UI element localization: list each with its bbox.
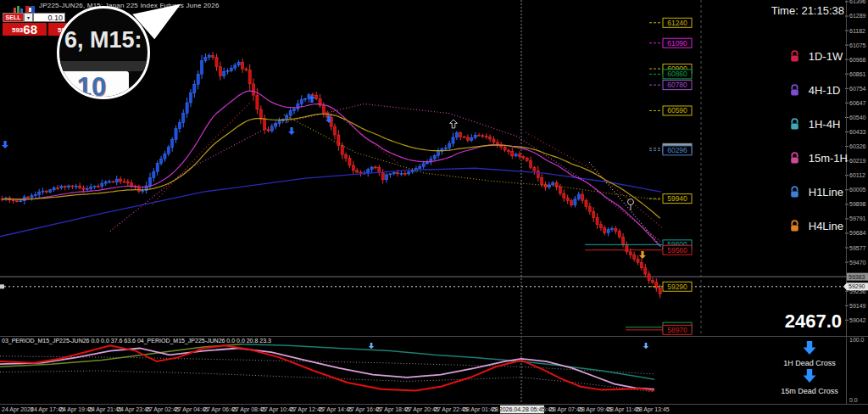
lock-icon xyxy=(789,84,800,97)
timeframe-signal-panel: 1D-1W4H-1D1H-4H15m-1HH1LineH4Line xyxy=(789,39,848,243)
svg-text:61289: 61289 xyxy=(849,13,866,19)
svg-text:60540: 60540 xyxy=(849,115,866,120)
svg-text:61182: 61182 xyxy=(849,28,865,34)
svg-text:59290: 59290 xyxy=(849,283,865,289)
magnifier-overlay: 6, M15: 10 xyxy=(57,6,150,99)
svg-text:59791: 59791 xyxy=(849,215,866,221)
htf-ma-blue xyxy=(0,168,661,237)
lock-icon xyxy=(789,186,800,199)
down-arrow-icon xyxy=(802,341,817,355)
chart-markers xyxy=(2,95,648,349)
svg-text:61240: 61240 xyxy=(667,19,687,27)
candlestick-chart-icon xyxy=(14,2,23,9)
dead-cross-signal: 1H Dead Cross xyxy=(780,341,839,367)
svg-text:59042: 59042 xyxy=(849,317,866,323)
svg-text:60968: 60968 xyxy=(849,57,866,63)
dead-cross-panel: 1H Dead Cross15m Dead Cross xyxy=(780,341,839,397)
tf-item-label: 1D-1W xyxy=(809,50,843,63)
titlebar: JP225-JUN26, M15: Japan 225 Index Future… xyxy=(0,0,868,11)
dead-cross-signal: 15m Dead Cross xyxy=(780,369,839,395)
oscillator-panel xyxy=(0,344,654,392)
svg-text:28 Apr 13:45: 28 Apr 13:45 xyxy=(636,406,670,413)
band-silver-dotted xyxy=(589,162,663,249)
svg-text:59940: 59940 xyxy=(667,194,687,203)
svg-text:61090: 61090 xyxy=(667,39,687,48)
svg-text:59560: 59560 xyxy=(667,246,687,255)
svg-text:59898: 59898 xyxy=(849,201,866,207)
tf-item-label: 1H-4H xyxy=(809,118,841,131)
tf-item-15m-1h[interactable]: 15m-1H xyxy=(789,141,848,175)
tf-item-h1line[interactable]: H1Line xyxy=(789,175,848,209)
svg-text:60780: 60780 xyxy=(667,81,687,89)
svg-text:60861: 60861 xyxy=(849,71,866,77)
dead-cross-label: 1H Dead Cross xyxy=(780,359,839,367)
svg-text:59577: 59577 xyxy=(849,245,866,251)
svg-text:59290: 59290 xyxy=(667,283,687,291)
indicator-header: 03_PERIOD_M15_JP225-JUN26 0.0 0.0 37.6 6… xyxy=(2,338,271,344)
svg-text:60754: 60754 xyxy=(849,86,866,92)
sell-button[interactable]: SELL xyxy=(3,13,24,22)
svg-text:60005: 60005 xyxy=(849,187,866,193)
tf-item-label: H1Line xyxy=(809,186,843,199)
tf-item-label: 4H-1D xyxy=(809,84,841,97)
sell-price-prefix: 593 xyxy=(12,25,23,36)
svg-text:60296: 60296 xyxy=(667,146,687,154)
lock-icon xyxy=(789,118,800,131)
magnified-panel-edge xyxy=(59,61,147,71)
platform-logo-icon xyxy=(25,2,35,9)
price-axis: 6139661289611826107560968608616075460647… xyxy=(845,0,866,404)
ma-lines xyxy=(0,91,663,249)
tf-item-4h-1d[interactable]: 4H-1D xyxy=(789,73,848,107)
svg-text:24 Apr 2026: 24 Apr 2026 xyxy=(2,406,34,413)
tf-item-label: H4Line xyxy=(809,220,843,232)
osc-gray-dotted-a xyxy=(0,371,654,392)
svg-text:60326: 60326 xyxy=(849,143,866,149)
lot-size-input[interactable] xyxy=(33,13,65,22)
svg-text:60647: 60647 xyxy=(849,100,866,106)
magnified-title-text: 6, M15: xyxy=(64,27,142,53)
time-axis: 24 Apr 202624 Apr 17:4524 Apr 19:4524 Ap… xyxy=(2,406,670,414)
svg-text:2026.04.28 05:45: 2026.04.28 05:45 xyxy=(499,406,546,412)
price-lines: 5936359290 xyxy=(0,273,868,291)
htf-ma-pink-dotted xyxy=(110,104,661,242)
lock-icon xyxy=(789,152,800,165)
dead-cross-label: 15m Dead Cross xyxy=(780,387,839,395)
chevron-down-icon: ▾ xyxy=(27,15,30,20)
svg-text:100.0: 100.0 xyxy=(849,337,865,343)
server-time-label: Time: 21:15:38 xyxy=(771,4,844,17)
svg-text:61075: 61075 xyxy=(849,42,866,48)
sell-price-button[interactable]: 59368 xyxy=(3,23,47,36)
down-arrow-icon xyxy=(802,369,817,383)
tf-item-h4line[interactable]: H4Line xyxy=(789,209,848,243)
lock-icon xyxy=(789,50,800,63)
range-points-value: 2467.0 xyxy=(785,310,842,333)
tf-item-1d-1w[interactable]: 1D-1W xyxy=(789,39,848,73)
svg-text:0.0: 0.0 xyxy=(849,397,858,403)
sell-price-big: 68 xyxy=(23,24,37,36)
osc-pink xyxy=(0,348,654,389)
svg-text:60219: 60219 xyxy=(849,158,866,164)
tf-item-1h-4h[interactable]: 1H-4H xyxy=(789,107,848,141)
svg-text:60112: 60112 xyxy=(849,172,865,178)
lock-icon xyxy=(789,220,800,232)
tf-item-label: 15m-1H xyxy=(809,152,848,165)
mt-chart-window: 6139661289611826107560968608616075460647… xyxy=(0,0,868,414)
window-title: JP225-JUN26, M15: Japan 225 Index Future… xyxy=(39,2,220,9)
svg-text:59363: 59363 xyxy=(849,274,865,280)
svg-text:60860: 60860 xyxy=(667,70,687,78)
svg-text:60590: 60590 xyxy=(667,106,687,115)
svg-text:58970: 58970 xyxy=(667,326,687,334)
svg-text:59149: 59149 xyxy=(849,303,866,309)
htf-ma-yellow-dotted xyxy=(284,115,661,199)
svg-text:59470: 59470 xyxy=(849,260,866,266)
svg-text:60433: 60433 xyxy=(849,129,866,135)
svg-text:59684: 59684 xyxy=(849,230,866,236)
lot-dropdown-button[interactable]: ▾ xyxy=(24,13,33,22)
osc-red xyxy=(0,345,654,390)
